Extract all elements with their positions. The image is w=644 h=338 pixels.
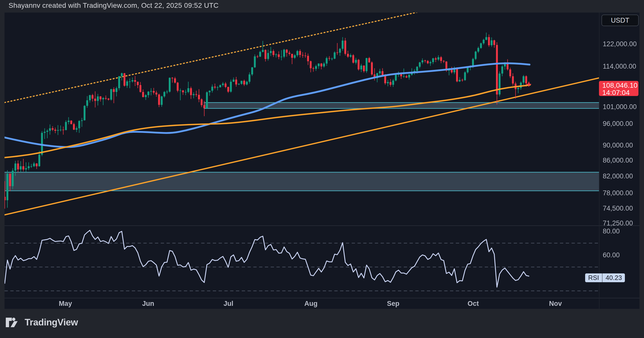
price-tick-label: 101,000.00	[603, 103, 637, 111]
price-tick-label: 78,000.00	[603, 189, 633, 197]
bar-countdown: 14:07:04	[602, 89, 638, 96]
rsi-badge-label: RSI	[585, 273, 602, 282]
month-tick-label: May	[59, 300, 72, 308]
tradingview-snapshot: Shayannv created with TradingView.com, O…	[0, 0, 644, 338]
month-tick-label: Aug	[304, 300, 317, 308]
tradingview-logo[interactable]: TradingView	[6, 317, 78, 328]
price-tick-label: 82,000.00	[603, 172, 633, 180]
currency-badge-label: USDT	[611, 17, 629, 24]
month-tick-label: Sep	[387, 300, 399, 308]
currency-badge: USDT	[601, 15, 639, 26]
rsi-tick-label: 80.00	[603, 227, 620, 235]
month-tick-label: Jul	[223, 300, 233, 308]
price-tick-label: 96,000.00	[603, 120, 633, 128]
tradingview-logo-text: TradingView	[25, 317, 78, 328]
price-tick-label: 74,500.00	[603, 204, 633, 212]
rsi-badge-value: 40.23	[602, 273, 625, 282]
tradingview-logo-icon	[6, 318, 20, 327]
price-tick-label: 122,000.00	[603, 40, 637, 48]
attribution-text: Shayannv created with TradingView.com, O…	[9, 2, 219, 10]
rsi-tick-label: 60.00	[603, 251, 620, 259]
chart-canvas[interactable]	[0, 0, 644, 338]
month-tick-label: Oct	[467, 300, 479, 308]
price-tick-label: 114,000.00	[603, 63, 636, 70]
rsi-value-badge: RSI 40.23	[585, 273, 625, 282]
price-tick-label: 86,000.00	[603, 157, 633, 164]
price-tick-label: 71,250.00	[603, 219, 633, 227]
month-tick-label: Nov	[549, 300, 562, 308]
price-tick-label: 90,000.00	[603, 141, 633, 149]
last-price-value: 108,046.10	[602, 82, 638, 89]
month-tick-label: Jun	[142, 300, 154, 308]
last-price-badge: 108,046.10 14:07:04	[599, 81, 638, 96]
